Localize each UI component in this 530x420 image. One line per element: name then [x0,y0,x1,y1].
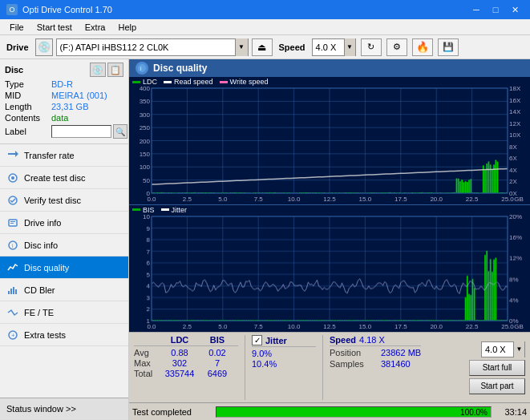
menu-start-test[interactable]: Start test [30,21,79,34]
jitter-header: Jitter [265,336,287,345]
type-label: Type [5,79,51,89]
mid-label: MID [5,91,51,100]
sidebar-item-extra-tests[interactable]: + Extra tests [0,324,128,346]
svg-rect-12 [13,287,14,294]
test-speed-arrow[interactable]: ▼ [513,341,524,357]
disc-quality-label: Disc quality [24,263,69,273]
total-label: Total [134,369,158,378]
start-full-button[interactable]: Start full [469,360,525,376]
test-speed-selector[interactable]: 4.0 X ▼ [481,341,525,357]
disc-mid-row: MID MEIRA1 (001) [5,91,123,100]
svg-text:i: i [12,243,14,248]
chart2-area [129,215,530,333]
sidebar-item-disc-quality[interactable]: Disc quality [0,256,128,279]
svg-rect-11 [10,289,12,294]
settings-button[interactable]: ⚙ [386,38,407,56]
bis-legend-label: BIS [143,206,155,214]
chart2-container: BIS Jitter [129,205,530,333]
total-bis: 6469 [201,369,233,378]
disc-icon-2[interactable]: 📋 [107,63,123,77]
drive-dropdown-arrow[interactable]: ▼ [235,38,248,56]
sidebar-item-verify-test-disc[interactable]: Verify test disc [0,189,128,212]
length-label: Length [5,102,51,111]
minimize-button[interactable]: ─ [467,3,485,16]
create-test-disc-label: Create test disc [24,173,85,183]
menu-file[interactable]: File [3,21,30,34]
jitter-max-value: 10.4% [252,359,316,369]
disc-contents-row: Contents data [5,113,123,123]
samples-label: Samples [330,359,378,369]
speed-dropdown-arrow[interactable]: ▼ [344,38,355,56]
svg-rect-7 [10,223,14,224]
svg-text:+: + [11,332,15,339]
maximize-button[interactable]: □ [487,3,504,16]
burn-button[interactable]: 🔥 [412,38,433,56]
contents-label: Contents [5,113,51,123]
drive-icon: 💿 [35,38,53,56]
transfer-rate-icon [6,149,19,162]
label-input-field[interactable] [51,125,111,138]
save-button[interactable]: 💾 [438,38,459,56]
disc-panel: Disc 💿 📋 Type BD-R MID MEIRA1 (001) Leng… [0,59,128,144]
avg-bis: 0.02 [201,348,233,357]
eject-button[interactable]: ⏏ [252,38,273,56]
label-label: Label [5,127,51,136]
drive-info-label: Drive info [24,218,61,228]
total-ldc: 335744 [160,369,200,378]
close-button[interactable]: ✕ [506,3,524,16]
drive-value: (F:) ATAPI iHBS112 2 CL0K [57,42,235,52]
sidebar-item-drive-info[interactable]: Drive info [0,212,128,234]
menu-help[interactable]: Help [111,21,143,34]
divider2 [322,335,323,400]
disc-section-title: Disc [5,65,23,75]
position-value: 23862 MB [381,348,421,357]
speed-selector[interactable]: 4.0 X ▼ [312,38,356,56]
disc-length-row: Length 23,31 GB [5,102,123,111]
label-search-button[interactable]: 🔍 [113,124,127,139]
refresh-button[interactable]: ↻ [361,38,382,56]
sidebar: Disc 💿 📋 Type BD-R MID MEIRA1 (001) Leng… [0,59,129,420]
sidebar-item-cd-bler[interactable]: CD Bler [0,279,128,301]
right-panel: i Disc quality LDC Read speed [129,59,530,420]
menu-extra[interactable]: Extra [79,21,112,34]
svg-marker-1 [15,151,18,157]
jitter-checkbox[interactable]: ✓ [252,335,262,345]
transfer-rate-label: Transfer rate [24,151,75,160]
disc-info-icon: i [6,239,19,252]
status-window-button[interactable]: Status window >> [0,398,128,420]
sidebar-item-transfer-rate[interactable]: Transfer rate [0,144,128,167]
checkmark: ✓ [254,336,261,345]
disc-type-row: Type BD-R [5,79,123,89]
action-buttons: 4.0 X ▼ Start full Start part [469,335,525,400]
sidebar-item-create-test-disc[interactable]: Create test disc [0,167,128,189]
drive-toolbar: Drive 💿 (F:) ATAPI iHBS112 2 CL0K ▼ ⏏ Sp… [0,35,530,59]
status-text: Test completed [132,407,212,417]
stats-main: LDC BIS Avg 0.88 0.02 Max 302 7 Total [129,333,530,402]
drive-selector[interactable]: (F:) ATAPI iHBS112 2 CL0K ▼ [56,38,249,56]
speed-value: 4.0 X [313,42,344,52]
quality-title: Disc quality [153,63,207,74]
svg-rect-6 [10,221,15,222]
svg-rect-13 [15,289,17,294]
spacer [424,335,466,400]
cd-bler-label: CD Bler [24,285,55,295]
length-value: 23,31 GB [51,102,88,111]
svg-point-3 [11,176,14,180]
status-window-label: Status window >> [6,404,76,414]
sidebar-item-disc-info[interactable]: i Disc info [0,234,128,256]
ldc-bis-table: LDC BIS Avg 0.88 0.02 Max 302 7 Total [134,335,238,400]
verify-test-disc-label: Verify test disc [24,196,81,205]
verify-test-disc-icon [6,194,19,207]
charts-area: LDC Read speed Write speed [129,77,530,332]
quality-icon: i [136,62,148,75]
menu-bar: File Start test Extra Help [0,19,530,35]
max-bis: 7 [201,358,233,368]
start-part-button[interactable]: Start part [469,378,525,394]
disc-icon-1[interactable]: 💿 [90,63,106,77]
jitter-section: ✓ Jitter 9.0% 10.4% [252,335,316,400]
bis-header: BIS [201,335,233,345]
ldc-legend-dot [132,81,140,83]
progress-percent: 100.0% [460,407,488,418]
sidebar-item-fe-te[interactable]: FE / TE [0,301,128,324]
chart1-area [129,87,530,204]
